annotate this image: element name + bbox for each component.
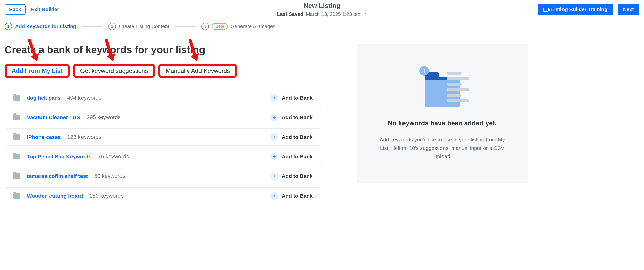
keyword-list-count: 150 keywords <box>89 193 124 199</box>
plus-icon: + <box>270 172 278 180</box>
step-1-label: Add Keywords for Listing <box>15 24 76 29</box>
topbar-center: New Listing Last Saved March 13, 2025 1:… <box>277 2 367 17</box>
topbar-right: Listing Builder Training Next <box>538 4 639 15</box>
plus-icon: + <box>270 153 278 160</box>
topbar-left: Back Exit Builder <box>5 4 59 15</box>
step-1[interactable]: 1 Add Keywords for Listing <box>5 23 76 30</box>
folder-icon <box>13 134 20 140</box>
add-to-bank-label: Add to Bank <box>281 134 313 140</box>
folder-icon <box>13 154 20 159</box>
highlight-box-suggestions: Get keyword suggestions <box>73 64 155 78</box>
folder-icon <box>13 115 20 120</box>
highlight-box-manual: Manually Add Keywords <box>158 64 237 78</box>
keyword-list-count: 123 keywords <box>67 134 101 140</box>
main-content: Create a bank of keywords for your listi… <box>0 34 644 214</box>
keyword-list-row: dog lick pads404 keywords+Add to Bank <box>5 89 321 106</box>
keyword-list-count: 76 keywords <box>98 153 129 160</box>
add-to-bank-label: Add to Bank <box>281 193 313 199</box>
keyword-list-row: Top Pencil Bag Keywords76 keywords+Add t… <box>5 148 321 165</box>
video-icon <box>543 8 549 12</box>
keyword-source-tabs: Add From My List Get keyword suggestions… <box>5 64 321 82</box>
keyword-bank-panel: + No keywords have been added yet. Add k… <box>357 44 528 183</box>
tab-get-suggestions[interactable]: Get keyword suggestions <box>78 65 150 76</box>
last-saved-label: Last Saved <box>277 11 303 17</box>
keyword-list-row: tamaras coffin shelf test50 keywords+Add… <box>5 168 321 185</box>
folder-icon <box>13 173 20 179</box>
add-to-bank-button[interactable]: +Add to Bank <box>270 133 313 141</box>
folder-icon <box>13 95 20 101</box>
keyword-list-row: Wooden cutting board150 keywords+Add to … <box>5 187 321 204</box>
step-2-number: 2 <box>108 23 116 30</box>
step-1-number: 1 <box>5 23 12 30</box>
keyword-list-name[interactable]: iPhone cases <box>27 134 61 140</box>
add-to-bank-button[interactable]: +Add to Bank <box>270 192 313 200</box>
exit-builder-link[interactable]: Exit Builder <box>31 7 59 12</box>
add-to-bank-label: Add to Bank <box>281 173 313 179</box>
training-button[interactable]: Listing Builder Training <box>538 4 613 15</box>
step-2[interactable]: 2 Create Listing Content <box>108 23 169 30</box>
plus-icon: + <box>419 66 429 76</box>
empty-state-illustration: + <box>421 67 464 107</box>
last-saved-time: March 13, 2025 1:23 pm <box>306 11 360 17</box>
step-3-number: 3 <box>201 23 209 30</box>
saved-check-icon: ✓ <box>363 11 367 17</box>
add-to-bank-label: Add to Bank <box>281 114 313 120</box>
lines-icon <box>447 72 469 102</box>
folder-icon <box>13 193 20 199</box>
keyword-list-count: 295 keywords <box>87 114 121 121</box>
training-button-label: Listing Builder Training <box>551 7 607 12</box>
add-to-bank-button[interactable]: +Add to Bank <box>270 153 313 160</box>
add-to-bank-label: Add to Bank <box>281 95 313 101</box>
last-saved-row: Last Saved March 13, 2025 1:23 pm ✓ <box>277 11 367 17</box>
next-button[interactable]: Next <box>618 4 639 15</box>
add-to-bank-label: Add to Bank <box>281 154 313 160</box>
keyword-list-count: 50 keywords <box>94 173 126 179</box>
keyword-list-name[interactable]: dog lick pads <box>27 95 61 101</box>
keyword-list-name[interactable]: Vacuum Cleaner - US <box>27 114 80 120</box>
add-to-bank-button[interactable]: +Add to Bank <box>270 172 313 180</box>
step-3-label: Generate AI Images <box>231 24 275 29</box>
plus-icon: + <box>270 94 278 102</box>
beta-pill: Beta <box>212 23 228 30</box>
step-gap <box>82 26 102 27</box>
stepper: 1 Add Keywords for Listing 2 Create List… <box>0 19 644 34</box>
add-to-bank-button[interactable]: +Add to Bank <box>270 114 313 121</box>
topbar: Back Exit Builder New Listing Last Saved… <box>0 0 644 19</box>
back-button[interactable]: Back <box>5 4 26 15</box>
tab-add-from-my-list[interactable]: Add From My List <box>9 65 65 76</box>
step-gap <box>175 26 195 27</box>
add-to-bank-button[interactable]: +Add to Bank <box>270 94 313 102</box>
empty-subtitle: Add keywords you'd like to use in your l… <box>377 135 508 161</box>
highlight-box-from-list: Add From My List <box>5 64 70 78</box>
keyword-list-row: iPhone cases123 keywords+Add to Bank <box>5 128 321 146</box>
step-3[interactable]: 3 Beta Generate AI Images <box>201 23 275 30</box>
keyword-list-name[interactable]: Top Pencil Bag Keywords <box>27 154 91 160</box>
keyword-list-name[interactable]: Wooden cutting board <box>27 193 83 199</box>
tab-manual-keywords[interactable]: Manually Add Keywords <box>163 65 232 76</box>
section-heading: Create a bank of keywords for your listi… <box>5 44 321 55</box>
keyword-list-name[interactable]: tamaras coffin shelf test <box>27 173 88 179</box>
plus-icon: + <box>270 192 278 200</box>
keyword-lists: dog lick pads404 keywords+Add to BankVac… <box>5 89 321 204</box>
keyword-list-count: 404 keywords <box>67 95 101 101</box>
step-2-label: Create Listing Content <box>119 24 169 29</box>
keyword-list-row: Vacuum Cleaner - US295 keywords+Add to B… <box>5 109 321 126</box>
plus-icon: + <box>270 114 278 121</box>
page-title: New Listing <box>277 2 367 10</box>
plus-icon: + <box>270 133 278 141</box>
empty-title: No keywords have been added yet. <box>388 119 497 127</box>
left-column: Create a bank of keywords for your listi… <box>5 44 321 204</box>
